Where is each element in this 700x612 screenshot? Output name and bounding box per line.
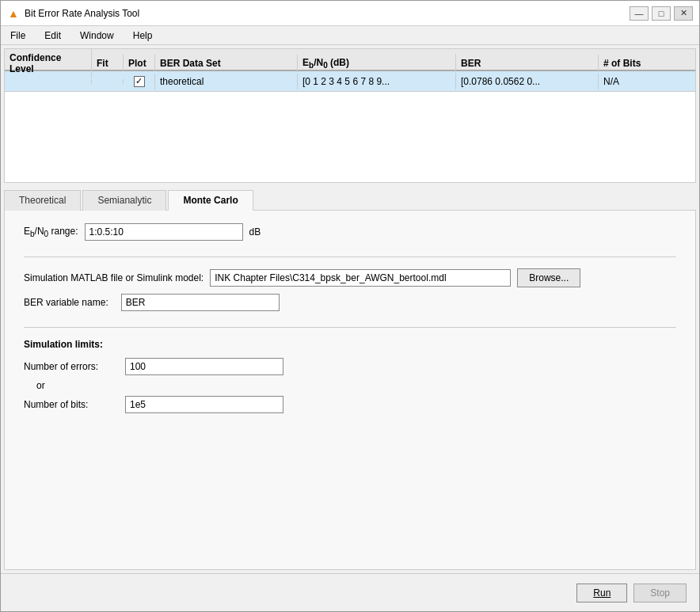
separator-2 [24,327,676,328]
col-ber: BER [456,55,599,72]
ber-var-label: BER variable name: [24,297,108,308]
app-icon: ▲ [7,7,20,20]
bottom-bar: Run Stop [1,573,699,611]
cell-num-bits: N/A [599,74,678,89]
maximize-button[interactable]: □ [652,6,671,21]
eb-n0-range-label: Eb/N0 range: [24,226,78,238]
close-button[interactable]: ✕ [674,6,693,21]
run-button[interactable]: Run [576,583,627,602]
cell-ber: [0.0786 0.0562 0... [456,74,599,89]
menu-bar: File Edit Window Help [1,26,699,45]
cell-ber-data-set: theoretical [155,74,298,89]
ber-var-input[interactable] [121,294,280,311]
table-header: Confidence Level Fit Plot BER Data Set E… [5,49,695,71]
title-bar-controls: — □ ✕ [630,6,693,21]
num-bits-row: Number of bits: [24,396,676,413]
separator-1 [24,257,676,257]
cell-eb-n0: [0 1 2 3 4 5 6 7 8 9... [298,74,456,89]
title-bar: ▲ Bit Error Rate Analysis Tool — □ ✕ [1,1,699,26]
minimize-button[interactable]: — [630,6,649,21]
menu-edit[interactable]: Edit [38,29,67,43]
sim-limits-title: Simulation limits: [24,339,676,350]
tab-bar: Theoretical Semianalytic Monte Carlo [4,189,696,211]
col-ber-data-set: BER Data Set [155,55,298,72]
eb-n0-range-unit: dB [249,226,261,238]
limits-block: Number of errors: or Number of bits: [24,358,676,413]
menu-file[interactable]: File [4,29,32,43]
eb-n0-range-input[interactable] [85,223,243,241]
ber-var-row: BER variable name: [24,294,676,311]
tab-monte-carlo[interactable]: Monte Carlo [168,190,253,211]
num-bits-input[interactable] [125,396,283,413]
main-window: ▲ Bit Error Rate Analysis Tool — □ ✕ Fil… [0,0,700,612]
col-plot: Plot [124,55,155,72]
eb-n0-range-row: Eb/N0 range: dB [24,223,676,241]
menu-window[interactable]: Window [74,29,120,43]
title-bar-left: ▲ Bit Error Rate Analysis Tool [7,7,139,20]
num-errors-input[interactable] [125,358,283,375]
sim-file-row: Simulation MATLAB file or Simulink model… [24,268,676,287]
num-errors-label: Number of errors: [24,361,119,372]
tabs-section: Theoretical Semianalytic Monte Carlo Eb/… [4,189,696,570]
monte-carlo-panel: Eb/N0 range: dB Simulation MATLAB file o… [4,211,696,570]
cell-fit [92,79,124,84]
tab-semianalytic[interactable]: Semianalytic [82,190,166,211]
stop-button[interactable]: Stop [633,583,687,602]
table-row[interactable]: ✓ theoretical [0 1 2 3 4 5 6 7 8 9... [0… [5,71,695,92]
menu-help[interactable]: Help [127,29,159,43]
or-label: or [36,380,676,391]
cell-plot[interactable]: ✓ [124,74,155,89]
col-fit: Fit [92,55,124,72]
col-num-bits: # of Bits [599,55,678,72]
window-title: Bit Error Rate Analysis Tool [25,8,139,19]
num-errors-row: Number of errors: [24,358,676,375]
browse-button[interactable]: Browse... [517,268,580,287]
plot-checkbox[interactable]: ✓ [134,76,145,87]
col-eb-n0: Eb/N0 (dB) [298,54,456,73]
col-confidence-level: Confidence Level [5,49,92,78]
tab-theoretical[interactable]: Theoretical [4,190,81,211]
sim-file-label: Simulation MATLAB file or Simulink model… [24,272,204,283]
ber-data-table: Confidence Level Fit Plot BER Data Set E… [4,48,696,183]
num-bits-label: Number of bits: [24,399,119,410]
sim-file-input[interactable] [210,269,511,287]
cell-confidence-level [5,79,92,84]
